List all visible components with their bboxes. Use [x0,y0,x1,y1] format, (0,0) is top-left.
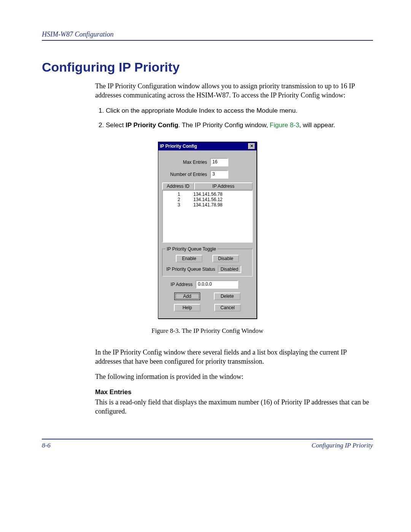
footer-section: Configuring IP Priority [312,442,373,449]
step-2-post: , will appear. [299,121,335,129]
figure-reference: Figure 8-3 [270,121,299,129]
enable-button[interactable]: Enable [176,255,202,262]
running-header: HSIM-W87 Configuration [42,30,373,41]
step-1: Click on the appropriate Module Index to… [106,106,373,116]
section-title: Configuring IP Priority [42,60,373,75]
queue-toggle-group: IP Priority Queue Toggle Enable Disable … [162,246,253,276]
after-paragraph-2: The following information is provided in… [95,372,373,381]
delete-button[interactable]: Delete [214,292,241,300]
ip-address-input[interactable]: 0.0.0.0 [196,280,238,289]
step-2-mid: . The IP Priority Config window, [178,121,270,129]
disable-button[interactable]: Disable [212,255,239,262]
dialog-titlebar[interactable]: IP Priority Config ✕ [158,142,256,150]
close-icon[interactable]: ✕ [248,143,255,149]
dialog-title: IP Priority Config [160,144,197,149]
queue-status-value: Disabled [218,265,242,273]
step-2-bold: IP Priority Config [126,121,178,129]
cancel-button[interactable]: Cancel [214,304,241,312]
list-item[interactable]: 3 134.141.78.98 [164,202,250,208]
ip-priority-config-dialog: IP Priority Config ✕ Max Entries 16 Numb… [158,142,257,319]
list-item[interactable]: 1 134.141.56.78 [164,192,250,197]
list-item[interactable]: 2 134.141.56.12 [164,197,250,202]
col-ip-address[interactable]: IP Address [194,182,253,190]
col-address-id[interactable]: Address ID [162,182,194,190]
page-number: 8-6 [42,442,51,449]
step-2: Select IP Priority Config. The IP Priori… [106,121,373,130]
intro-paragraph: The IP Priority Configuration window all… [95,81,373,100]
ip-listbox[interactable]: 1 134.141.56.78 2 134.141.56.12 3 134.14… [162,190,253,243]
help-button[interactable]: Help [174,304,201,312]
row-ip: 134.141.78.98 [193,202,250,208]
page-footer: 8-6 Configuring IP Priority [42,439,373,449]
ip-address-label: IP Address [162,282,196,287]
row-ip: 134.141.56.12 [193,197,250,202]
list-header: Address ID IP Address [162,182,253,190]
max-entries-paragraph: This is a read-only field that displays … [95,398,373,416]
row-id: 3 [164,202,193,208]
max-entries-heading: Max Entries [95,388,373,396]
step-2-pre: Select [106,121,126,129]
row-id: 1 [164,192,193,197]
step-list: Click on the appropriate Module Index to… [95,106,373,130]
add-button[interactable]: Add [174,292,200,300]
row-ip: 134.141.56.78 [193,192,250,197]
row-id: 2 [164,197,193,202]
max-entries-label: Max Entries [162,160,210,165]
max-entries-field: 16 [210,158,228,166]
queue-toggle-legend: IP Priority Queue Toggle [166,246,217,252]
number-of-entries-field: 3 [210,170,228,179]
number-of-entries-label: Number of Entries [162,172,210,177]
queue-status-label: IP Priority Queue Status [166,267,215,272]
figure-caption: Figure 8-3. The IP Priority Config Windo… [42,327,373,335]
after-paragraph-1: In the IP Priority Config window there s… [95,348,373,366]
